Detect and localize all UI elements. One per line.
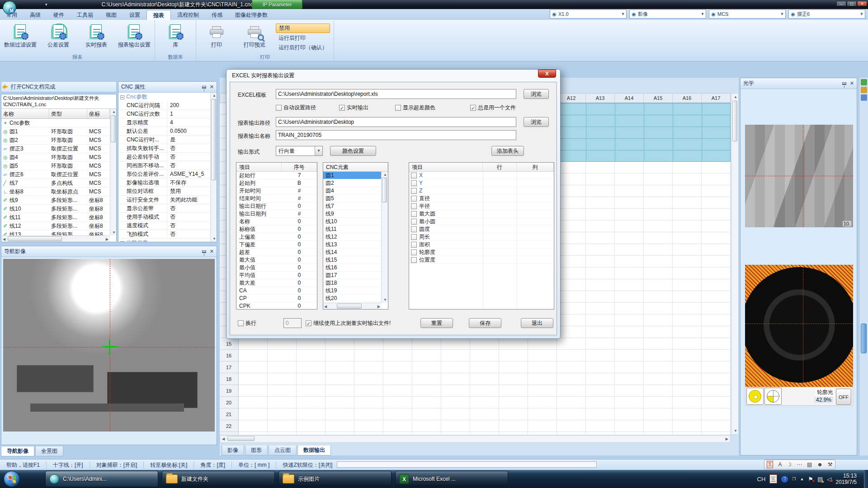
sheet-tab-影像[interactable]: 影像 (222, 446, 244, 455)
property-row[interactable]: 影像输出选项不保存 (118, 178, 210, 187)
element-table-vscrollbar[interactable]: ▲ ▼ (110, 109, 116, 235)
ribbon-button-打印[interactable]: 打印 (200, 22, 233, 49)
close-icon[interactable]: ✕ (850, 80, 854, 86)
cnc-element-item[interactable]: 线9 (323, 210, 381, 218)
ribbon-tab-工具箱[interactable]: 工具箱 (71, 10, 99, 20)
dialog-close-button[interactable]: X (538, 70, 556, 78)
reset-button[interactable]: 重置 (420, 318, 453, 328)
property-group-top[interactable]: −Cnc参数 (118, 93, 210, 101)
property-row[interactable]: 超公差转手动否 (118, 153, 210, 161)
volume-icon[interactable]: ◁✕ (827, 476, 831, 483)
cnc-element-item[interactable]: 线19 (323, 287, 381, 295)
browse-template-button[interactable]: 浏览 (524, 89, 549, 99)
start-button[interactable] (4, 471, 20, 487)
optics-camera-image[interactable] (745, 265, 853, 387)
ribbon-tab-高级[interactable]: 高级 (24, 10, 47, 20)
ime-toolbar-icon[interactable]: ▤ (807, 461, 812, 468)
save-button[interactable]: 保存 (469, 318, 501, 328)
output-field-item[interactable]: 圆度 (409, 225, 554, 233)
checkbox-icon[interactable] (411, 234, 417, 240)
sheet-row-header[interactable]: 19 (220, 385, 238, 397)
exit-button[interactable]: 退出 (521, 318, 553, 328)
element-table-hscrollbar[interactable]: ◀ ▶ (1, 235, 110, 242)
output-field-item[interactable]: 周长 (409, 233, 554, 241)
list-item[interactable]: 最大值0 (236, 256, 317, 264)
property-row[interactable]: 显示精度4 (118, 118, 210, 127)
ribbon-button-数据过滤设置[interactable]: 数据过滤设置 (4, 22, 37, 49)
cnc-element-item[interactable]: 圆5 (323, 195, 381, 202)
ribbon-button-实时报表[interactable]: 实时报表 (80, 22, 113, 49)
property-row[interactable]: CNC运行间隔200 (118, 101, 210, 110)
output-fields-list[interactable]: 项目 行 列 XYZ直径半径最大圆最小圆圆度周长面积轮廓度位置度 (409, 162, 554, 310)
chevron-down-icon[interactable]: ▼ (315, 146, 322, 155)
checkbox-icon[interactable] (411, 226, 417, 232)
list-item[interactable]: CP0 (236, 295, 317, 302)
table-row[interactable]: ✐线13多段矩形...坐标8 (1, 230, 110, 235)
output-field-item[interactable]: 轮廓度 (409, 249, 554, 256)
taskbar-app-示例图片[interactable]: 示例图片 (278, 471, 392, 487)
sheet-column-header[interactable]: A16 (673, 94, 702, 103)
properties-vscrollbar[interactable]: ▲ ▼ (210, 93, 217, 242)
tool-icon[interactable] (861, 94, 867, 101)
table-row[interactable]: ◎圆4环形取圆MCS (1, 153, 110, 162)
ribbon-button-运行后打印[interactable]: 运行后打印 (276, 34, 330, 42)
ribbon-button-库[interactable]: 库 (159, 22, 192, 49)
sheet-column-header[interactable]: A14 (615, 94, 644, 103)
property-row[interactable]: 默认公差0.0500 (118, 127, 210, 136)
close-button[interactable]: ✕ (857, 1, 867, 6)
sheet-row-header[interactable]: 18 (220, 373, 238, 385)
list-item[interactable]: 最小值0 (236, 264, 317, 272)
navigation-camera-image[interactable] (3, 259, 215, 432)
network-icon[interactable]: ▤▲ (817, 476, 823, 483)
ime-language-bar[interactable]: 五A☽⋯▤☻⚒ (764, 460, 835, 469)
list-item[interactable]: 上偏差0 (236, 233, 317, 241)
cnc-element-item[interactable]: 线15 (323, 256, 381, 264)
checkbox-icon[interactable] (411, 219, 417, 225)
sheet-tab-点云图[interactable]: 点云图 (269, 446, 297, 455)
action-center-icon[interactable]: ⚑✕ (808, 476, 813, 483)
checkbox-icon[interactable] (411, 180, 417, 186)
tool-icon[interactable] (861, 87, 867, 93)
checkbox-icon[interactable] (411, 257, 417, 263)
property-row[interactable]: 飞拍模式否 (118, 230, 210, 239)
column-header[interactable]: 类型 (49, 109, 87, 118)
table-row[interactable]: ✦Cnc参数 (1, 119, 110, 127)
wrap-line-checkbox[interactable]: 换行 (238, 319, 256, 327)
show-desktop-button[interactable] (864, 470, 868, 488)
sheet-column-header[interactable]: A12 (557, 94, 586, 103)
quick-combo[interactable]: ◉MCS▼ (709, 9, 786, 19)
chevron-down-icon[interactable]: ▼ (620, 12, 626, 16)
table-row[interactable]: ◎圆2环形取圆MCS (1, 136, 110, 145)
chevron-down-icon[interactable]: ▼ (779, 12, 785, 16)
cnc-element-item[interactable]: 圆18 (323, 279, 381, 287)
ribbon-button-打印预览[interactable]: 打印预览 (238, 22, 271, 49)
wrap-count-input[interactable]: 0 (283, 318, 302, 328)
cnc-element-item[interactable]: 线16 (323, 264, 381, 272)
checkbox-icon[interactable]: ✓ (470, 105, 476, 111)
list-item[interactable]: 结束时间# (236, 195, 317, 202)
cnc-elements-list[interactable]: CNC元素 圆1圆2圆4圆5线7线9线10线11线12线13线14线15线16圆… (323, 162, 388, 310)
segment-light-button[interactable] (764, 388, 782, 405)
sheet-tab-数据输出[interactable]: 数据输出 (297, 446, 331, 455)
taskbar-app-Microsoft Excel ...[interactable]: XMicrosoft Excel ... (395, 471, 508, 487)
taskbar-clock[interactable]: 15:13 2019/7/5 (835, 473, 857, 485)
sheet-row-header[interactable]: 22 (220, 420, 238, 432)
minimize-button[interactable]: — (836, 1, 846, 6)
option-check-实时输出[interactable]: ✓实时输出 (339, 104, 368, 112)
list-item[interactable]: 超差0 (236, 249, 317, 256)
list-item[interactable]: 平均值0 (236, 272, 317, 279)
cnc-element-item[interactable]: 线12 (323, 233, 381, 241)
ime-toolbar-icon[interactable]: ☻ (817, 461, 823, 468)
ribbon-tab-设置[interactable]: 设置 (123, 10, 146, 20)
report-items-list[interactable]: 项目序号 起始行7起始列B开始时间#结束时间#输出日期行0输出日期列#名称0标称… (236, 162, 317, 310)
checkbox-icon[interactable] (238, 320, 244, 326)
output-field-item[interactable]: 位置度 (409, 256, 554, 264)
property-row[interactable]: 速度模式否 (118, 221, 210, 230)
ribbon-button-报表输出设置[interactable]: 报表输出设置 (118, 22, 151, 49)
list-item[interactable]: 起始行7 (236, 172, 317, 179)
collapse-icon[interactable]: − (120, 95, 124, 99)
column-header[interactable]: 名称 (1, 109, 49, 118)
cnc-element-item[interactable]: 线7 (323, 202, 381, 210)
checkbox-icon[interactable]: ✓ (306, 320, 311, 326)
list-item[interactable]: CA0 (236, 287, 317, 295)
